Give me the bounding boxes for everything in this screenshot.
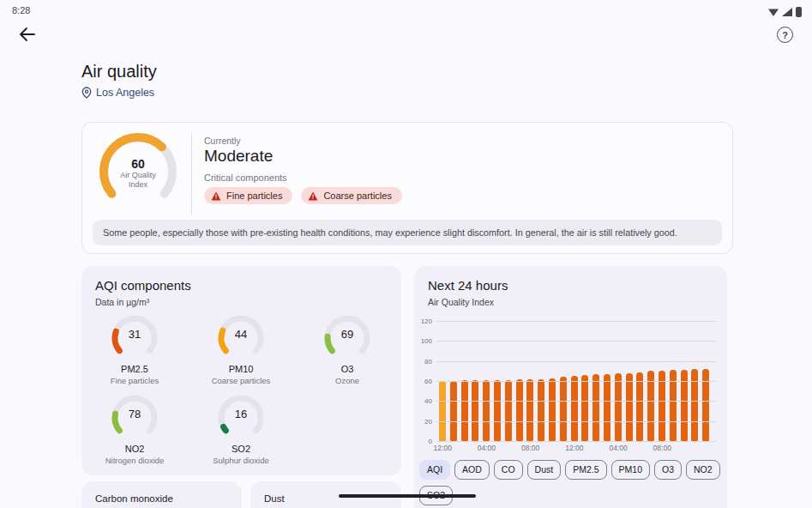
forecast-card: Next 24 hours Air Quality Index 02040608… [414, 266, 727, 508]
component-gauge-o3: 69O3Ozone [294, 312, 400, 385]
chart-bar [461, 380, 468, 441]
chart-x-axis: 12:0004:0008:0012:0004:0008:00 [414, 444, 727, 454]
battery-icon [796, 7, 802, 17]
component-gauge-pm10: 44PM10Coarse particles [188, 312, 294, 385]
chart-bar [439, 381, 446, 441]
aqi-gauge-center: 60 Air Quality Index [97, 157, 179, 190]
chart-bar [505, 380, 512, 441]
y-tick-label: 40 [414, 397, 432, 405]
chart-bar [526, 379, 533, 441]
page-title: Air quality [81, 62, 157, 82]
warning-icon [308, 191, 318, 201]
component-value: 31 [81, 328, 188, 341]
critical-chips: Fine particlesCoarse particles [204, 187, 402, 204]
carbon-monoxide-title: Carbon monoxide [95, 493, 173, 504]
component-desc: Coarse particles [212, 376, 271, 385]
chart-bar [450, 381, 457, 441]
component-name: PM2.5 [121, 364, 148, 374]
component-desc: Ozone [335, 376, 359, 385]
gridline [436, 401, 716, 402]
chart-bar [691, 369, 698, 441]
component-desc: Fine particles [111, 376, 159, 385]
chart-bar [604, 374, 611, 441]
chart-bar [571, 376, 578, 441]
critical-components-label: Critical components [204, 172, 287, 183]
chart-bar [516, 379, 523, 441]
chart-bar [581, 375, 588, 441]
pollutant-tab-aqi[interactable]: AQI [419, 460, 450, 480]
pollutant-tab-aod[interactable]: AOD [454, 460, 490, 480]
chart-bar [615, 373, 622, 441]
components-subtitle: Data in µg/m³ [95, 297, 149, 307]
component-value: 44 [188, 328, 294, 341]
warning-icon [211, 191, 221, 201]
pollutant-tab-pm25[interactable]: PM2.5 [565, 460, 606, 480]
component-name: NO2 [125, 444, 145, 454]
x-tick-label: 08:00 [648, 444, 676, 452]
component-name: O3 [341, 364, 354, 374]
forecast-chart: 020406080100120 [414, 321, 716, 441]
gridline [436, 321, 716, 322]
chart-bar [560, 377, 567, 441]
forecast-title: Next 24 hours [428, 278, 508, 293]
component-gauges: 31PM2.5Fine particles44PM10Coarse partic… [81, 312, 401, 465]
aqi-gauge-label-1: Air Quality [97, 171, 179, 180]
gridline [436, 341, 716, 342]
carbon-monoxide-card[interactable]: Carbon monoxide [81, 481, 242, 508]
x-tick-label: 12:00 [429, 444, 456, 452]
back-button[interactable] [17, 24, 38, 45]
y-tick-label: 20 [414, 418, 432, 426]
chart-bar [636, 372, 643, 442]
signal-icon [782, 8, 792, 16]
pollutant-tab-o3[interactable]: O3 [654, 460, 682, 480]
component-name: PM10 [229, 364, 254, 374]
pollutant-tabs: AQIAODCODustPM2.5PM10O3NO2SO2 [419, 460, 723, 505]
y-tick-label: 100 [414, 337, 432, 345]
chart-bar [626, 373, 633, 441]
component-value: 16 [188, 408, 294, 420]
pollutant-tab-pm10[interactable]: PM10 [611, 460, 650, 480]
critical-chip: Fine particles [204, 187, 292, 204]
aqi-summary-card: 60 Air Quality Index Currently Moderate … [81, 122, 733, 254]
chart-bar [483, 380, 490, 441]
divider [191, 133, 192, 215]
aqi-gauge-label-2: Index [97, 180, 179, 190]
aqi-status: Moderate [204, 147, 273, 166]
gridline [436, 421, 716, 422]
component-value: 78 [81, 408, 188, 420]
location-label: Los Angeles [96, 87, 154, 99]
components-title: AQI components [95, 278, 191, 293]
gridline [436, 361, 716, 362]
currently-label: Currently [204, 136, 241, 146]
status-icons [768, 7, 802, 17]
forecast-subtitle: Air Quality Index [428, 297, 494, 307]
component-name: SO2 [232, 444, 250, 454]
y-tick-label: 80 [414, 358, 432, 366]
location: Los Angeles [81, 87, 154, 99]
dust-title: Dust [264, 493, 285, 504]
component-value: 69 [294, 328, 400, 341]
critical-chip-label: Coarse particles [323, 190, 391, 201]
chart-bar [592, 374, 599, 441]
wifi-icon [768, 8, 779, 16]
gridline [436, 441, 716, 442]
gridline [436, 381, 716, 382]
x-tick-label: 08:00 [517, 444, 544, 452]
chart-bar [472, 380, 478, 441]
component-desc: Sulphur dioxide [213, 456, 269, 465]
critical-chip: Coarse particles [301, 187, 401, 204]
component-gauge-so2: 16SO2Sulphur dioxide [188, 392, 294, 465]
pollutant-tab-no2[interactable]: NO2 [686, 460, 720, 480]
gesture-navigation-bar[interactable] [339, 494, 476, 498]
pollutant-tab-co[interactable]: CO [494, 460, 523, 480]
chart-bar [702, 369, 709, 441]
y-tick-label: 60 [414, 378, 432, 385]
aqi-components-card: AQI components Data in µg/m³ 31PM2.5Fine… [81, 266, 401, 475]
help-button[interactable]: ? [777, 27, 793, 43]
status-time: 8:28 [12, 5, 30, 15]
back-arrow-icon [17, 24, 38, 45]
chart-bar [549, 378, 556, 442]
pollutant-tab-dust[interactable]: Dust [527, 460, 562, 480]
critical-chip-label: Fine particles [226, 190, 282, 201]
x-tick-label: 04:00 [604, 444, 632, 452]
